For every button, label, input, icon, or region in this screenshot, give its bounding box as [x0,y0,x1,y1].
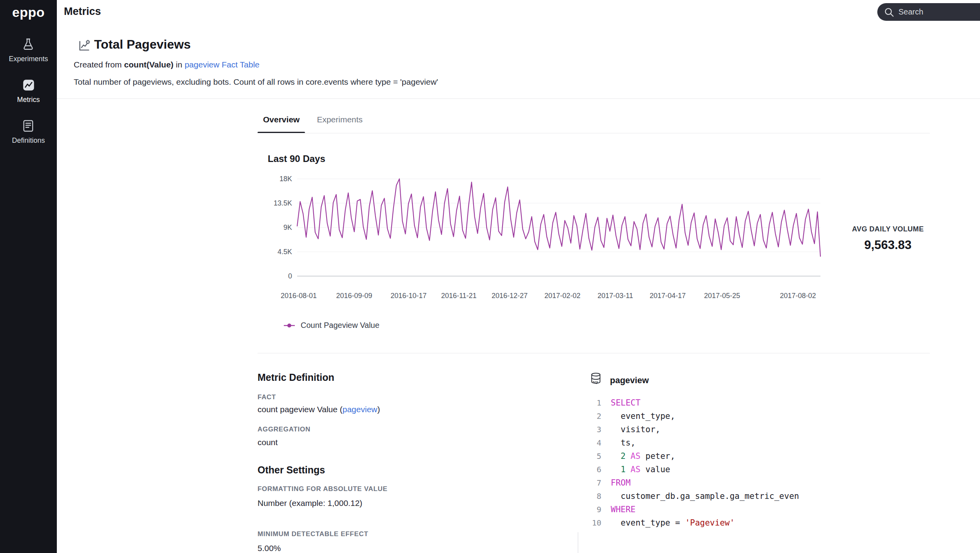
metric-title: Total Pageviews [94,37,191,52]
other-settings-heading: Other Settings [258,464,325,476]
fact-value: count pageview Value (pageview) [258,405,380,414]
x-axis-tick: 2016-11-21 [441,292,477,300]
sql-database-icon: SQL [589,372,603,385]
legend-label: Count Pageview Value [301,321,379,330]
fact-label: FACT [258,393,276,401]
eppo-logo[interactable]: eppo [0,0,57,20]
x-axis-tick: 2016-10-17 [390,292,426,300]
sql-code-line: 10 event_type = 'Pageview' [587,516,799,529]
sql-code-line: 4 ts, [587,436,799,449]
flask-icon [21,37,35,51]
tab-bar: Overview Experiments [258,106,368,133]
sql-code-line: 7FROM [587,476,799,489]
fact-value-suffix: ) [377,405,380,414]
line-number: 4 [587,438,601,447]
x-axis-tick: 2016-12-27 [492,292,528,300]
formatting-value: Number (example: 1,000.12) [258,498,362,508]
fact-aggregation-text: count(Value) [124,60,174,69]
fact-table-link[interactable]: pageview Fact Table [185,60,260,69]
sidebar-item-label: Experiments [9,55,48,63]
aggregation-value: count [258,438,278,447]
sql-code-line: 1SELECT [587,396,799,409]
metrics-chart-icon [22,78,36,92]
sidebar-nav: Experiments Metrics Definitions [0,37,57,145]
avg-daily-volume-label: AVG DAILY VOLUME [831,225,945,233]
avg-daily-volume-value: 9,563.83 [831,238,945,252]
sql-code-line: 9WHERE [587,503,799,516]
search-icon [884,7,895,18]
chart-legend: Count Pageview Value [283,321,379,330]
y-axis-labels: 18K13.5K9K4.5K0 [255,179,292,276]
search-placeholder: Search [898,7,923,16]
metric-chart-gear-icon [78,39,91,53]
formatting-label: FORMATTING FOR ABSOLUTE VALUE [258,485,388,493]
x-axis-tick: 2017-02-02 [544,292,581,300]
sql-code-line: 6 1 AS value [587,463,799,476]
line-number: 2 [587,411,601,421]
line-number: 5 [587,451,601,461]
line-number: 1 [587,398,601,407]
tab-overview[interactable]: Overview [258,106,305,133]
metric-source-line: Created from count(Value) in pageview Fa… [74,60,260,69]
sidebar-item-experiments[interactable]: Experiments [9,37,48,63]
x-axis-tick: 2017-08-02 [780,292,816,300]
y-axis-tick: 4.5K [255,248,292,256]
sidebar: eppo Experiments Metrics Definitions [0,0,57,553]
search-input[interactable]: Search [877,3,980,21]
y-axis-tick: 18K [255,175,292,183]
pageview-fact-link[interactable]: pageview [343,405,377,414]
y-axis-tick: 0 [255,272,292,280]
created-from-text: Created from [74,60,122,69]
aggregation-label: AGGREGATION [258,426,310,433]
x-axis-labels: 2016-08-012016-09-092016-10-172016-11-21… [297,292,820,302]
chart-canvas [297,179,820,276]
sql-code-line: 3 visitor, [587,423,799,436]
x-axis-tick: 2017-03-11 [597,292,633,300]
legend-marker-icon [283,323,295,328]
line-number: 7 [587,478,601,488]
sql-code-line: 2 event_type, [587,409,799,423]
sql-code-line: 8 customer_db.ga_sample.ga_metric_even [587,489,799,503]
pageviews-line-chart [297,179,820,276]
sql-panel-title: pageview [610,375,649,386]
tab-experiments[interactable]: Experiments [311,106,368,133]
header-divider [57,98,980,99]
sidebar-item-metrics[interactable]: Metrics [17,78,40,104]
line-number: 8 [587,491,601,501]
x-axis-tick: 2017-05-25 [704,292,740,300]
mde-value: 5.00% [258,544,281,553]
x-axis-tick: 2016-08-01 [281,292,317,300]
metric-description: Total number of pageviews, excluding bot… [74,77,438,87]
line-number: 9 [587,505,601,514]
x-axis-tick: 2016-09-09 [336,292,372,300]
section-divider [258,353,930,353]
avg-daily-volume-box: AVG DAILY VOLUME 9,563.83 [831,225,945,252]
in-text: in [176,60,182,69]
sidebar-item-label: Metrics [17,96,40,104]
y-axis-tick: 9K [255,224,292,232]
x-axis-tick: 2017-04-17 [650,292,686,300]
line-number: 3 [587,425,601,434]
line-number: 10 [587,518,601,528]
metric-definition-heading: Metric Definition [258,372,334,383]
fact-value-text: count pageview Value ( [258,405,343,414]
definitions-document-icon [21,119,35,133]
page-title: Metrics [64,5,101,18]
sql-code-line: 5 2 AS peter, [587,449,799,463]
chart-title: Last 90 Days [268,153,325,164]
tab-bar-divider [258,133,930,133]
sql-icon-label: SQL [593,380,599,384]
y-axis-tick: 13.5K [255,199,292,207]
line-number: 6 [587,465,601,474]
sidebar-item-definitions[interactable]: Definitions [12,119,45,145]
column-divider [578,532,578,553]
sql-code-block[interactable]: 1SELECT2 event_type,3 visitor,4 ts,5 2 A… [587,396,799,529]
mde-label: MINIMUM DETECTABLE EFFECT [258,530,368,538]
series-line [297,179,820,256]
sidebar-item-label: Definitions [12,136,45,145]
